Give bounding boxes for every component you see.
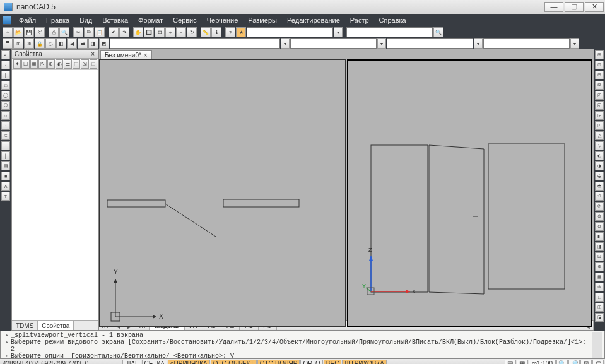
minimize-button[interactable]: — [544, 2, 563, 12]
measure-icon[interactable]: 📏 [201, 27, 211, 37]
rtool-25[interactable]: □ [595, 293, 604, 302]
status-grid[interactable]: СЕТКА [142, 360, 168, 365]
regen-icon[interactable]: ↻ [187, 27, 197, 37]
menu-raster[interactable]: Растр [345, 15, 374, 25]
mtext-icon[interactable]: T [1, 192, 10, 201]
menu-format[interactable]: Формат [133, 15, 168, 25]
zoom-all-icon[interactable]: ⊡ [155, 27, 165, 37]
viewport-right[interactable]: X Z Y [347, 59, 592, 327]
rtool-12[interactable]: ◑ [595, 161, 604, 170]
prop-tool-5[interactable]: ⊕ [47, 59, 55, 69]
status-snap[interactable]: ШАГ [122, 360, 141, 365]
cut-icon[interactable]: ✂ [73, 27, 83, 37]
arc-icon[interactable]: ⌢ [1, 121, 10, 130]
copy-icon[interactable]: ⧉ [84, 27, 94, 37]
quick-find-input[interactable] [247, 27, 333, 37]
tab-properties[interactable]: Свойства [38, 321, 74, 330]
layer-state-icon[interactable]: ⊞ [13, 38, 23, 49]
rtool-3[interactable]: ⊟ [595, 71, 604, 79]
layer-match-icon[interactable]: ⇄ [78, 38, 88, 49]
rtool-15[interactable]: ⟲ [595, 192, 604, 201]
prop-tool-8[interactable]: ◫ [73, 59, 80, 69]
prop-tool-2[interactable]: ☐ [21, 59, 29, 69]
linetype-selector[interactable] [387, 38, 473, 49]
status-scale[interactable]: m1:100 [529, 360, 556, 365]
prop-tool-3[interactable]: ▦ [30, 59, 38, 69]
rtool-18[interactable]: ⊖ [595, 222, 604, 231]
status-clean-icon[interactable]: ▢ [592, 360, 604, 365]
close-button[interactable]: ✕ [585, 2, 604, 12]
rtool-27[interactable]: ◪ [595, 313, 604, 322]
rtool-8[interactable]: ◳ [595, 121, 604, 130]
layer-dropdown-icon[interactable]: ▾ [281, 38, 290, 49]
layer-prev-icon[interactable]: ◀ [67, 38, 77, 49]
document-tab[interactable]: Без имени0* × [100, 50, 152, 59]
color-selector[interactable] [290, 38, 377, 49]
rectangle-icon[interactable]: □ [1, 81, 10, 90]
status-zoom-ext-icon[interactable]: ⊡ [580, 360, 592, 365]
status-layout-icon[interactable]: ▤ [505, 360, 516, 365]
rtool-11[interactable]: ◐ [595, 151, 604, 160]
lineweight-dropdown-icon[interactable]: ▾ [570, 38, 579, 49]
tab-tdms[interactable]: TDMS [12, 321, 38, 330]
prop-tool-1[interactable]: ✦ [13, 59, 21, 69]
viewport-left[interactable]: X Y [99, 59, 346, 327]
hatch-icon[interactable]: ▤ [1, 161, 10, 170]
help-icon[interactable]: ? [225, 27, 235, 37]
rtool-23[interactable]: ▦ [595, 273, 604, 281]
prop-tool-6[interactable]: ◐ [56, 59, 63, 69]
rtool-26[interactable]: ◫ [595, 303, 604, 312]
linetype-dropdown-icon[interactable]: ▾ [474, 38, 483, 49]
saveall-icon[interactable]: ⩔ [35, 27, 45, 37]
paste-icon[interactable]: 📋 [95, 27, 105, 37]
zoom-out-icon[interactable]: － [176, 27, 186, 37]
properties-close-icon[interactable]: × [90, 50, 96, 57]
dropdown-icon[interactable]: ▾ [334, 27, 343, 37]
prop-tool-4[interactable]: ⇱ [38, 59, 46, 69]
lineweight-selector[interactable] [483, 38, 570, 49]
zoom-in-icon[interactable]: ＋ [165, 27, 175, 37]
rtool-6[interactable]: ◱ [595, 101, 604, 110]
menu-draw[interactable]: Черчение [202, 15, 244, 25]
ray-icon[interactable]: │ [1, 71, 10, 79]
prop-tool-7[interactable]: ☰ [64, 59, 71, 69]
layer-walk-icon[interactable]: ◩ [99, 38, 109, 49]
zoom-win-icon[interactable]: 🔲 [144, 27, 154, 37]
menu-dimensions[interactable]: Размеры [243, 15, 282, 25]
prop-tool-9[interactable]: ⇲ [81, 59, 88, 69]
rtool-10[interactable]: ▽ [595, 141, 604, 150]
menu-view[interactable]: Вид [74, 15, 97, 25]
rtool-4[interactable]: ⊠ [595, 81, 604, 90]
rtool-21[interactable]: ⊡ [595, 252, 604, 261]
maximize-button[interactable]: ▢ [565, 2, 584, 12]
rtool-19[interactable]: ◧ [595, 232, 604, 241]
rtool-13[interactable]: ◒ [595, 172, 604, 180]
status-zoom-out-icon[interactable]: 🔎 [568, 360, 580, 365]
rtool-1[interactable]: ⊞ [595, 50, 604, 59]
status-hatch[interactable]: ШТРИХОВКА [342, 360, 386, 365]
command-line[interactable]: ▸_splitviewport_vertical - 1 вэкрана ▸Вы… [0, 331, 605, 359]
status-lweight[interactable]: ВЕС [324, 360, 342, 365]
status-zoom-in-icon[interactable]: 🔍 [556, 360, 568, 365]
layer-freeze-icon[interactable]: ❄ [24, 38, 34, 49]
layer-color-icon[interactable]: ◧ [56, 38, 66, 49]
layer-lock-icon[interactable]: 🔒 [35, 38, 45, 49]
status-model-icon[interactable]: ▦ [517, 360, 528, 365]
rtool-22[interactable]: ⚙ [595, 262, 604, 271]
rtool-17[interactable]: ⊕ [595, 212, 604, 221]
menu-file[interactable]: Файл [14, 15, 41, 25]
open-icon[interactable]: 📂 [13, 27, 23, 37]
ellipse-icon[interactable]: ○ [1, 111, 10, 120]
redo-icon[interactable]: ↷ [119, 27, 129, 37]
menu-edit[interactable]: Правка [41, 15, 74, 25]
point-icon[interactable]: · [1, 61, 10, 69]
command-scrollbar[interactable] [592, 332, 602, 358]
line-icon[interactable]: ↙ [1, 50, 10, 59]
circle-icon[interactable]: ◯ [1, 91, 10, 100]
save-icon[interactable]: 💾 [24, 27, 34, 37]
solid-icon[interactable]: ■ [1, 172, 10, 180]
undo-icon[interactable]: ↶ [109, 27, 119, 37]
pan-icon[interactable]: ✋ [133, 27, 143, 37]
spline-icon[interactable]: ~ [1, 141, 10, 150]
prop-tool-10[interactable]: □ [90, 59, 97, 69]
